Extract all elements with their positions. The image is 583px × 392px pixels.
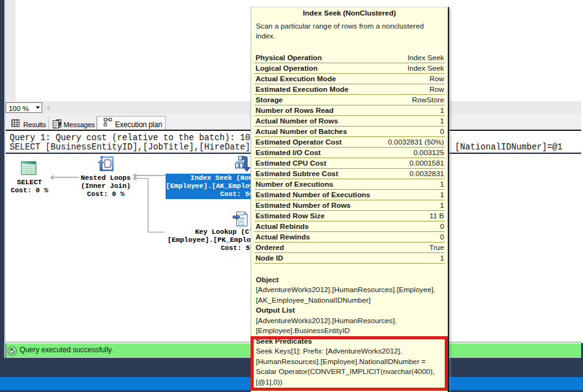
svg-text:010: 010: [238, 223, 244, 227]
